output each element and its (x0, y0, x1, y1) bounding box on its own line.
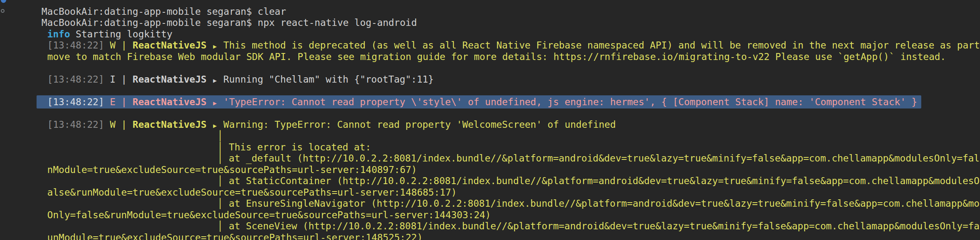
stack-frame-default-wrap: nModule=true&excludeSource=true&sourcePa… (13, 153, 980, 164)
log-line-deprecation-warning: [13:48:22] W | ReactNativeJS▶This method… (13, 29, 980, 40)
terminal-buffer: MacBookAir:dating-app-mobile segaran$ cl… (0, 0, 980, 240)
log-line-typeerror-selected: [13:48:22] E | ReactNativeJS▶'TypeError:… (13, 85, 980, 97)
log-line-welcomescreen-warning: [13:48:22] W | ReactNativeJS▶Warning: Ty… (13, 108, 980, 119)
blank-line (13, 74, 980, 85)
stack-frame-ensuresinglenavigator-wrap: Only=false&runModule=true&excludeSource=… (13, 198, 980, 210)
stack-frame-staticcontainer-line: │at StaticContainer (http://10.0.2.2:808… (13, 164, 980, 176)
prompt-line-clear: MacBookAir:dating-app-mobile segaran$ cl… (13, 0, 980, 6)
stack-frame-sceneview-line: │at SceneView (http://10.0.2.2:8081/inde… (13, 210, 980, 221)
prompt-line-log-android: MacBookAir:dating-app-mobile segaran$ np… (13, 6, 980, 18)
stack-frame-sceneview-wrap: unModule=true&excludeSource=true&sourceP… (13, 221, 980, 232)
blank-line (13, 97, 980, 108)
stack-frame-rctview-line: │at RCTView (<anonymous>) (13, 232, 980, 240)
blank-line (13, 51, 980, 63)
terminal-viewport[interactable]: MacBookAir:dating-app-mobile segaran$ cl… (0, 0, 980, 240)
log-line-deprecation-warning-wrap: move to match Firebase Web modular SDK A… (13, 40, 980, 51)
stack-frame-staticcontainer-wrap: alse&runModule=true&excludeSource=true&s… (13, 175, 980, 187)
command-success-icon[interactable] (1, 0, 6, 3)
stack-frame-ensuresinglenavigator-line: │at EnsureSingleNavigator (http://10.0.2… (13, 187, 980, 198)
command-running-icon[interactable] (1, 9, 5, 13)
stack-trace-header-line: │This error is located at: (13, 130, 980, 142)
stack-trace-bar-line: │ (13, 119, 980, 131)
stack-frame-default-line: │at _default (http://10.0.2.2:8081/index… (13, 142, 980, 153)
log-line-running-app: [13:48:22] I | ReactNativeJS▶Running "Ch… (13, 62, 980, 74)
cli-info-line: info Starting logkitty (13, 17, 980, 29)
